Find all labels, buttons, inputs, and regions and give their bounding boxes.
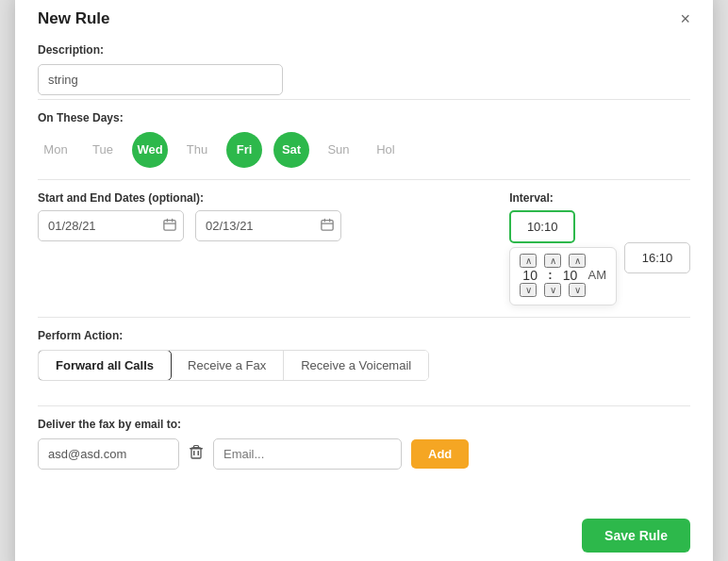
- tab-forward-calls[interactable]: Forward all Calls: [38, 350, 172, 381]
- interval-start-input[interactable]: [509, 210, 575, 243]
- svg-rect-11: [198, 451, 200, 455]
- perform-action-tabs: Forward all Calls Receive a Fax Receive …: [38, 350, 429, 381]
- modal-footer: Save Rule: [38, 507, 690, 553]
- interval-end-input[interactable]: [624, 242, 690, 273]
- tp-hour-up[interactable]: ∧: [520, 254, 537, 268]
- description-input[interactable]: [38, 64, 283, 95]
- tp-up-arrows: ∧ ∧ ∧: [520, 254, 606, 268]
- tab-receive-voicemail[interactable]: Receive a Voicemail: [284, 351, 428, 380]
- perform-action-section: Perform Action: Forward all Calls Receiv…: [38, 317, 690, 392]
- day-mon[interactable]: Mon: [38, 132, 74, 168]
- tp-values-row: 10 : 10 AM: [520, 268, 606, 283]
- tab-receive-fax[interactable]: Receive a Fax: [171, 351, 284, 380]
- tp-hour-value: 10: [520, 268, 540, 283]
- add-email-button[interactable]: Add: [411, 439, 469, 469]
- modal-header: New Rule ×: [38, 9, 690, 28]
- fax-delivery-section: Deliver the fax by email to: Add: [38, 405, 690, 481]
- interval-inputs: ∧ ∧ ∧ 10 : 10 AM ∨: [509, 210, 690, 305]
- dates-interval-outer: Start and End Dates (optional):: [38, 191, 690, 305]
- day-hol[interactable]: Hol: [368, 132, 404, 168]
- tp-colon: :: [548, 268, 552, 282]
- end-date-input[interactable]: [195, 210, 341, 241]
- start-date-input[interactable]: [38, 210, 184, 241]
- day-sun[interactable]: Sun: [321, 132, 356, 168]
- perform-action-label: Perform Action:: [38, 329, 690, 342]
- delete-email-button[interactable]: [189, 444, 204, 463]
- new-rule-modal: New Rule × Description: On These Days: M…: [15, 0, 713, 561]
- modal-title: New Rule: [38, 9, 110, 28]
- save-rule-button[interactable]: Save Rule: [582, 519, 690, 553]
- svg-rect-12: [194, 446, 199, 449]
- interval-start-wrap: ∧ ∧ ∧ 10 : 10 AM ∨: [509, 210, 617, 305]
- days-section: On These Days: Mon Tue Wed Thu Fri Sat S…: [38, 99, 690, 179]
- tp-ampm-down[interactable]: ∨: [569, 283, 586, 297]
- day-fri[interactable]: Fri: [226, 132, 262, 168]
- fax-delivery-label: Deliver the fax by email to:: [38, 418, 690, 431]
- tp-hour-down[interactable]: ∨: [520, 283, 537, 297]
- svg-rect-10: [193, 451, 195, 455]
- day-thu[interactable]: Thu: [179, 132, 215, 168]
- interval-label: Interval:: [509, 191, 554, 205]
- dates-group: [38, 210, 341, 241]
- fax-existing-email[interactable]: [38, 438, 179, 470]
- dates-interval-section: Start and End Dates (optional):: [38, 179, 690, 317]
- new-email-input[interactable]: [213, 438, 402, 470]
- description-label: Description:: [38, 43, 690, 57]
- end-date-wrap: [195, 210, 341, 241]
- day-sat[interactable]: Sat: [273, 132, 309, 168]
- days-row: Mon Tue Wed Thu Fri Sat Sun Hol: [38, 132, 690, 168]
- dates-label: Start and End Dates (optional):: [38, 191, 341, 205]
- tp-ampm-up[interactable]: ∧: [569, 254, 586, 268]
- days-label: On These Days:: [38, 111, 690, 124]
- tp-down-arrows: ∨ ∨ ∨: [520, 283, 606, 297]
- time-picker-popup: ∧ ∧ ∧ 10 : 10 AM ∨: [509, 247, 617, 305]
- svg-rect-9: [191, 448, 201, 458]
- tp-min-down[interactable]: ∨: [544, 283, 561, 297]
- tp-ampm-value: AM: [588, 268, 607, 282]
- dates-left: Start and End Dates (optional):: [38, 191, 341, 241]
- fax-row: Add: [38, 438, 690, 470]
- tp-min-up[interactable]: ∧: [544, 254, 561, 268]
- start-date-wrap: [38, 210, 184, 241]
- day-wed[interactable]: Wed: [132, 132, 168, 168]
- day-tue[interactable]: Tue: [85, 132, 121, 168]
- interval-right: Interval: ∧ ∧ ∧ 10: [509, 191, 690, 305]
- tp-min-value: 10: [560, 268, 581, 283]
- description-section: Description:: [38, 43, 690, 95]
- close-button[interactable]: ×: [680, 10, 690, 27]
